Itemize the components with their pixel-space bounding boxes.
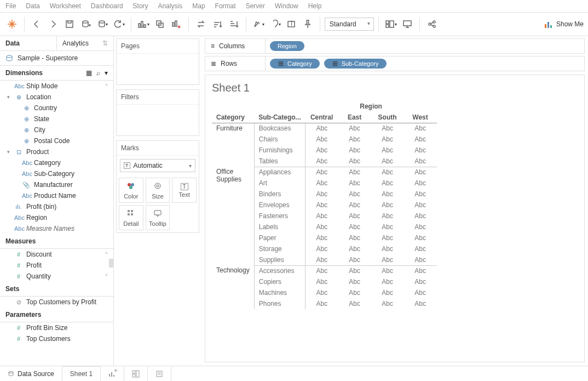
field-product[interactable]: ▾⊡Product [0, 146, 113, 157]
back-button[interactable] [29, 16, 44, 32]
new-worksheet-tab[interactable]: + [101, 367, 124, 381]
refresh-button[interactable]: ▾ [111, 16, 126, 32]
highlight-button[interactable]: ▾ [251, 16, 266, 32]
show-cards-button[interactable]: ▾ [383, 16, 399, 32]
svg-rect-41 [157, 371, 162, 377]
share-button[interactable] [424, 16, 440, 32]
mark-type-dropdown[interactable]: TAutomatic [120, 159, 195, 172]
new-story-tab[interactable] [148, 367, 171, 381]
field-discount[interactable]: #Discount˄ [0, 249, 113, 260]
field-top-customers[interactable]: #Top Customers [0, 333, 113, 344]
fit-dropdown[interactable]: Standard [325, 18, 374, 31]
menu-format[interactable]: Format [215, 2, 236, 10]
svg-point-18 [433, 25, 435, 27]
columns-shelf[interactable]: ≡Columns Region [205, 38, 585, 54]
menu-analysis[interactable]: Analysis [158, 2, 183, 10]
pin-button[interactable] [300, 16, 315, 32]
pause-updates-button[interactable]: ▾ [95, 16, 110, 32]
menu-worksheet[interactable]: Worksheet [50, 2, 81, 10]
swap-button[interactable] [193, 16, 209, 32]
datasource-icon [8, 371, 14, 377]
menu-bar: FileDataWorksheetDashboardStoryAnalysisM… [0, 0, 588, 12]
duplicate-button[interactable] [152, 16, 168, 32]
new-worksheet-button[interactable]: ▾ [136, 16, 151, 32]
sheet-tab[interactable]: Sheet 1 [62, 366, 101, 381]
field-quantity[interactable]: #Quantity˅ [0, 271, 113, 282]
svg-point-1 [83, 21, 88, 23]
forward-button[interactable] [45, 16, 61, 32]
menu-file[interactable]: File [5, 2, 16, 10]
menu-help[interactable]: Help [308, 2, 322, 10]
tab-data[interactable]: Data [0, 36, 56, 50]
field-ship-mode[interactable]: AbcShip Mode˄ [0, 81, 113, 92]
label-button[interactable]: T [284, 16, 299, 32]
field-state[interactable]: ⊕State [0, 113, 113, 124]
clear-button[interactable] [169, 16, 184, 32]
field-profit-bin-size[interactable]: #Profit Bin Size [0, 322, 113, 333]
svg-rect-30 [128, 213, 130, 215]
field-top-customers-by-profit[interactable]: ⊘Top Customers by Profit [0, 297, 113, 308]
field-category[interactable]: AbcCategory [0, 157, 113, 168]
sort-asc-button[interactable] [210, 16, 225, 32]
show-me-button[interactable]: Show Me [544, 20, 584, 29]
field-region[interactable]: AbcRegion [0, 212, 113, 223]
field-measure-names[interactable]: AbcMeasure Names [0, 223, 113, 234]
marks-color[interactable]: Color [119, 178, 143, 203]
marks-detail[interactable]: Detail [119, 205, 143, 230]
field-product-name[interactable]: AbcProduct Name [0, 190, 113, 201]
save-button[interactable] [62, 16, 77, 32]
field-manufacturer[interactable]: 📎Manufacturer [0, 179, 113, 190]
menu-map[interactable]: Map [192, 2, 205, 10]
datasource-tab[interactable]: Data Source [0, 367, 62, 381]
svg-rect-21 [550, 25, 552, 28]
menu-icon[interactable]: ▾ [105, 69, 108, 77]
marks-card: Marks TAutomatic ColorSizeTTextDetailToo… [116, 140, 199, 233]
rows-shelf[interactable]: ≣Rows ⊞Category⊞Sub-Category [205, 56, 585, 71]
new-dashboard-tab[interactable] [124, 367, 148, 381]
dimensions-header: Dimensions ▦⌕▾ [0, 66, 113, 81]
toolbar: ▾ ▾ ▾ ▾ ▾ T Standard ▾ Show Me [0, 12, 588, 36]
filters-shelf[interactable]: Filters [116, 89, 199, 136]
menu-dashboard[interactable]: Dashboard [91, 2, 123, 10]
group-button[interactable]: ▾ [267, 16, 283, 32]
field-sub-category[interactable]: AbcSub-Category [0, 168, 113, 179]
field-city[interactable]: ⊕City [0, 124, 113, 135]
tab-analytics[interactable]: Analytics⇅ [56, 36, 113, 50]
marks-size[interactable]: Size [146, 178, 170, 203]
svg-rect-20 [547, 22, 549, 28]
measures-header: Measures [0, 234, 113, 249]
menu-window[interactable]: Window [275, 2, 298, 10]
pages-shelf[interactable]: Pages [116, 38, 199, 85]
view-icon[interactable]: ▦ [86, 69, 92, 77]
sets-header: Sets [0, 282, 113, 297]
menu-server[interactable]: Server [246, 2, 265, 10]
pill-sub-category[interactable]: ⊞Sub-Category [324, 59, 387, 69]
marks-text[interactable]: TText [172, 178, 197, 203]
search-icon[interactable]: ⌕ [96, 69, 100, 77]
field-profit[interactable]: #Profit [0, 260, 113, 271]
pill-category[interactable]: ⊞Category [270, 59, 320, 69]
rows-icon: ≣ [211, 60, 216, 67]
field-location[interactable]: ▾⊕Location [0, 92, 113, 103]
svg-point-17 [433, 21, 435, 23]
viz-canvas[interactable]: Sheet 1 RegionCategorySub-Catego...Centr… [205, 75, 585, 362]
sheet-title[interactable]: Sheet 1 [212, 82, 578, 94]
parameters-header: Parameters [0, 308, 113, 322]
svg-rect-28 [128, 210, 130, 212]
menu-data[interactable]: Data [26, 2, 39, 10]
field-country[interactable]: ⊕Country [0, 103, 113, 113]
columns-icon: ≡ [211, 42, 215, 50]
presentation-button[interactable] [400, 16, 415, 32]
datasource-row[interactable]: Sample - Superstore [0, 51, 113, 66]
svg-rect-0 [66, 21, 73, 27]
field-profit-bin-[interactable]: ılı.Profit (bin) [0, 201, 113, 212]
sort-desc-button[interactable] [226, 16, 241, 32]
menu-story[interactable]: Story [133, 2, 148, 10]
crosstab: RegionCategorySub-Catego...CentralEastSo… [212, 101, 437, 309]
field-postal-code[interactable]: ⊕Postal Code [0, 135, 113, 146]
sets-list: ⊘Top Customers by Profit [0, 297, 113, 308]
pill-region[interactable]: Region [270, 41, 304, 51]
cards-pane: Pages Filters Marks TAutomatic ColorSize… [114, 36, 201, 366]
marks-tooltip[interactable]: Tooltip [146, 205, 170, 230]
new-datasource-button[interactable] [78, 16, 94, 32]
